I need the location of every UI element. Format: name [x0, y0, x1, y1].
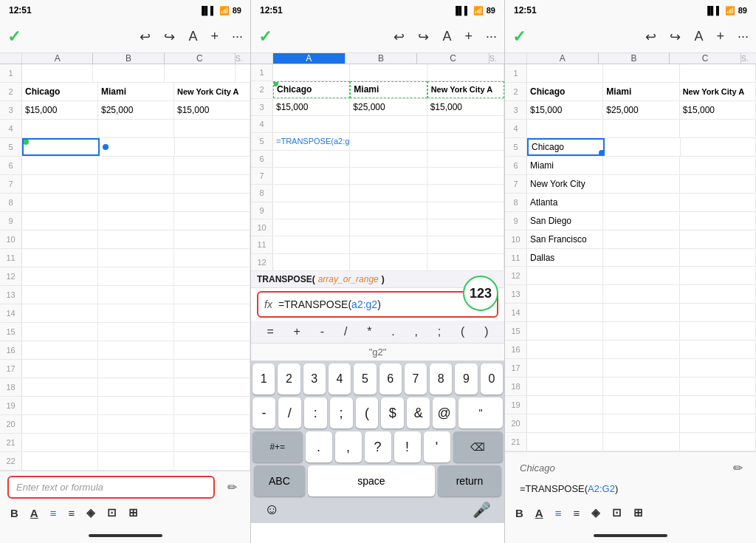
table-row: 7 [251, 168, 504, 185]
col-header-b-center[interactable]: B [346, 53, 418, 64]
undo-button-center[interactable]: ↩ [394, 29, 405, 45]
align-left-button-left[interactable]: ≡ [47, 505, 60, 521]
add-button-left[interactable]: + [210, 29, 219, 44]
redo-button-left[interactable]: ↪ [164, 29, 175, 45]
key-apostrophe[interactable]: ' [424, 431, 450, 462]
table-insert-button-left[interactable]: ⊞ [126, 505, 141, 521]
undo-button-right[interactable]: ↩ [645, 29, 656, 45]
more-button-center[interactable]: ··· [486, 29, 497, 44]
key-6[interactable]: 6 [379, 363, 402, 395]
hint-arg-text: array_or_range [318, 274, 379, 284]
fx-bar-center[interactable]: fx =TRANSPOSE(a2:g2) ✓ [257, 291, 498, 318]
col-header-c-right[interactable]: C [670, 53, 741, 64]
key-9[interactable]: 9 [455, 363, 477, 395]
math-op-eq[interactable]: = [262, 324, 278, 340]
table-row: 3 $15,000 $25,000 $15,000 [0, 101, 250, 120]
math-op-lparen[interactable]: ( [456, 324, 469, 340]
math-op-minus[interactable]: - [316, 324, 329, 340]
key-abc[interactable]: ABC [254, 465, 305, 496]
formula-prefix-right: =TRANSPOSE( [520, 483, 588, 494]
wifi-right: 📶 [725, 6, 735, 16]
right-panel: 12:51 ▐▌▌ 📶 89 ✓ ↩ ↪ A + ··· A B C S. 1 [505, 0, 756, 543]
math-op-slash[interactable]: / [340, 324, 351, 340]
bold-button-left[interactable]: B [7, 505, 21, 521]
key-return[interactable]: return [438, 465, 501, 496]
bold-button-right[interactable]: B [512, 505, 526, 521]
key-3[interactable]: 3 [303, 363, 326, 395]
key-backspace[interactable]: ⌫ [453, 431, 504, 462]
key-7[interactable]: 7 [405, 363, 427, 395]
merge-button-right[interactable]: ⊡ [609, 505, 625, 521]
math-op-star[interactable]: * [362, 324, 376, 340]
col-header-c-center[interactable]: C [417, 53, 489, 64]
math-op-semicolon[interactable]: ; [433, 324, 445, 340]
merge-button-left[interactable]: ⊡ [104, 505, 120, 521]
math-op-rparen[interactable]: ) [480, 324, 492, 340]
key-8[interactable]: 8 [430, 363, 452, 395]
redo-button-center[interactable]: ↪ [418, 29, 429, 45]
time-center: 12:51 [260, 5, 283, 16]
fill-color-button-right[interactable]: ◈ [588, 505, 603, 521]
redo-button-right[interactable]: ↪ [670, 29, 681, 45]
key-exclaim[interactable]: ! [394, 431, 421, 462]
text-format-button-right[interactable]: A [694, 29, 703, 44]
table-row: 16 [505, 341, 756, 359]
key-period[interactable]: . [306, 431, 332, 462]
key-at[interactable]: @ [433, 397, 456, 428]
underline-button-right[interactable]: A [532, 505, 546, 521]
keyboard-row-numbers: 1 2 3 4 5 6 7 8 9 0 [252, 363, 503, 395]
underline-button-left[interactable]: A [27, 505, 41, 521]
add-button-center[interactable]: + [464, 29, 472, 44]
more-button-left[interactable]: ··· [232, 29, 243, 44]
checkmark-button-right[interactable]: ✓ [512, 27, 526, 47]
key-0[interactable]: 0 [481, 363, 503, 395]
key-quote[interactable]: " [458, 397, 503, 428]
math-op-comma[interactable]: , [410, 324, 422, 340]
key-comma[interactable]: , [335, 431, 362, 462]
checkmark-button-center[interactable]: ✓ [258, 27, 272, 47]
edit-icon-left[interactable]: ✏ [221, 477, 243, 499]
fx-content: =TRANSPOSE(a2:g2) [278, 298, 475, 310]
key-amp[interactable]: & [407, 397, 430, 428]
table-row: 1 [251, 64, 504, 81]
align-center-button-left[interactable]: ≡ [65, 505, 78, 521]
table-row: 11 [251, 236, 504, 253]
key-dash[interactable]: - [252, 397, 275, 428]
align-left-button-right[interactable]: ≡ [552, 505, 565, 521]
text-format-button-left[interactable]: A [188, 29, 197, 44]
key-semicolon[interactable]: ; [330, 397, 353, 428]
key-2[interactable]: 2 [278, 363, 300, 395]
text-format-button-center[interactable]: A [442, 29, 451, 44]
key-space[interactable]: space [308, 465, 435, 496]
col-header-c-left[interactable]: C [165, 53, 236, 64]
key-question[interactable]: ? [365, 431, 391, 462]
table-insert-button-right[interactable]: ⊞ [630, 505, 646, 521]
col-header-a-left[interactable]: A [22, 53, 93, 64]
undo-button-left[interactable]: ↩ [140, 29, 151, 45]
col-header-a-right[interactable]: A [527, 53, 599, 64]
align-center-button-right[interactable]: ≡ [570, 505, 583, 521]
key-dollar[interactable]: $ [381, 397, 404, 428]
key-slash[interactable]: / [278, 397, 301, 428]
col-header-b-right[interactable]: B [599, 53, 670, 64]
fill-color-button-left[interactable]: ◈ [83, 505, 98, 521]
checkmark-button-left[interactable]: ✓ [7, 27, 21, 47]
toolbar-right: ✓ ↩ ↪ A + ··· [505, 21, 756, 53]
key-lparen[interactable]: ( [356, 397, 379, 428]
emoji-icon[interactable]: ☺ [264, 501, 279, 519]
mic-icon[interactable]: 🎤 [472, 501, 491, 519]
key-4[interactable]: 4 [329, 363, 351, 395]
col-header-b-left[interactable]: B [93, 53, 164, 64]
formula-input-left[interactable]: Enter text or formula [7, 476, 215, 499]
key-1[interactable]: 1 [252, 363, 275, 395]
more-button-right[interactable]: ··· [738, 29, 749, 44]
key-colon[interactable]: : [304, 397, 327, 428]
math-op-dot[interactable]: . [387, 324, 399, 340]
col-header-a-center[interactable]: A [273, 53, 346, 64]
add-button-right[interactable]: + [716, 29, 724, 44]
key-5[interactable]: 5 [354, 363, 376, 395]
math-op-plus[interactable]: + [289, 324, 305, 340]
edit-icon-right[interactable]: ✏ [726, 457, 749, 479]
blue-dot-left [103, 144, 109, 150]
key-hash[interactable]: #+= [252, 431, 303, 462]
